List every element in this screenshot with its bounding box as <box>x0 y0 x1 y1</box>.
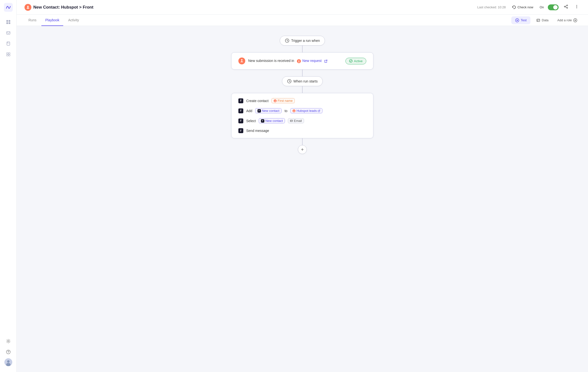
when-label: When run starts <box>294 79 318 83</box>
clock-when-icon <box>287 79 292 83</box>
front-icon-1: F <box>238 98 243 103</box>
condition-tag-label: New request <box>302 59 322 63</box>
svg-rect-3 <box>6 22 8 24</box>
svg-rect-10 <box>9 55 10 56</box>
data-label: Data <box>542 18 548 22</box>
tab-runs[interactable]: Runs <box>24 15 40 26</box>
add-role-button[interactable]: Add a role <box>554 16 580 24</box>
hubspot-inline-icon <box>297 59 301 63</box>
external-link-chip-icon <box>318 110 320 112</box>
tab-activity[interactable]: Activity <box>64 15 83 26</box>
check-now-label: Check now <box>517 5 533 9</box>
add-role-label: Add a role <box>557 18 572 22</box>
data-button[interactable]: Data <box>533 16 551 24</box>
svg-point-22 <box>567 5 568 6</box>
sidebar-icon-grid[interactable] <box>4 50 13 59</box>
connector-3 <box>302 86 303 93</box>
sidebar-bottom <box>4 337 13 369</box>
front-icon-2: F <box>238 108 243 113</box>
settings-icon[interactable] <box>4 337 13 346</box>
tab-right-actions: Test Data Add a role <box>511 16 580 24</box>
sidebar-icon-bookmark[interactable] <box>4 39 13 48</box>
front-icon-4: F <box>238 128 243 133</box>
hubspot-chip-icon-2 <box>293 109 295 112</box>
svg-rect-9 <box>7 55 8 56</box>
svg-rect-32 <box>537 19 540 22</box>
svg-point-23 <box>564 6 565 7</box>
chip-hubspot-leads[interactable]: Hubspot leads <box>290 108 322 113</box>
add-btn-label: + <box>301 147 304 152</box>
connector-4 <box>302 138 303 145</box>
plus-circle-icon <box>573 18 577 22</box>
svg-line-26 <box>565 7 567 8</box>
help-icon[interactable] <box>4 348 13 356</box>
connector-1 <box>302 46 303 52</box>
connector-2 <box>302 70 303 76</box>
play-icon <box>515 18 519 22</box>
test-button[interactable]: Test <box>511 16 530 24</box>
active-circle-icon <box>349 59 353 63</box>
svg-line-25 <box>565 6 567 6</box>
table-chip-icon <box>290 119 293 122</box>
chip-new-contact-1[interactable]: F New contact <box>255 108 282 113</box>
tab-playbook[interactable]: Playbook <box>41 15 63 26</box>
svg-point-13 <box>8 353 9 353</box>
more-options-icon[interactable] <box>573 3 580 11</box>
action-row-select[interactable]: F Select F New contact Email <box>238 118 366 123</box>
actions-card: F Create contact First name <box>231 93 373 138</box>
svg-rect-8 <box>9 53 10 54</box>
active-label: Active <box>354 59 363 63</box>
clock-icon <box>285 38 289 43</box>
sidebar-icon-inbox[interactable] <box>4 28 13 37</box>
action-row-add-contact[interactable]: F Add F New contact to <box>238 108 366 113</box>
svg-rect-4 <box>9 22 10 24</box>
toggle-switch[interactable] <box>548 4 559 10</box>
action-text-send: Send message <box>246 129 269 133</box>
svg-rect-7 <box>7 53 8 54</box>
table-icon <box>536 18 540 22</box>
svg-point-27 <box>576 5 577 6</box>
external-link-small-icon <box>324 60 327 63</box>
app-logo[interactable] <box>4 3 13 12</box>
main-content: New Contact: Hubspot > Front Last checke… <box>17 0 588 372</box>
condition-text: New submission is received in New reques… <box>248 59 343 63</box>
action-row-send-message[interactable]: F Send message <box>238 128 366 133</box>
hubspot-chip-icon-1 <box>274 99 277 102</box>
svg-point-15 <box>7 360 10 363</box>
svg-point-24 <box>567 7 568 8</box>
action-text-select: Select <box>246 119 256 123</box>
when-node[interactable]: When run starts <box>282 76 323 86</box>
action-text-add: Add <box>246 109 252 113</box>
active-badge: Active <box>345 58 366 64</box>
tabs-left: Runs Playbook Activity <box>24 15 510 26</box>
last-checked-label: Last checked: 10:28 <box>477 5 506 9</box>
chip-email[interactable]: Email <box>288 118 304 123</box>
svg-rect-1 <box>6 20 8 22</box>
check-now-button[interactable]: Check now <box>510 4 536 11</box>
chip-first-name[interactable]: First name <box>271 98 295 103</box>
chip-new-contact-2[interactable]: F New contact <box>259 118 285 123</box>
hubspot-condition-icon <box>238 58 245 64</box>
canvas: Trigger a run when New submission is rec… <box>17 26 588 372</box>
avatar[interactable] <box>4 358 12 366</box>
sidebar-icon-play[interactable] <box>4 18 13 26</box>
svg-rect-6 <box>7 42 10 45</box>
share-icon[interactable] <box>563 3 569 11</box>
test-label: Test <box>521 18 527 22</box>
sidebar <box>0 0 17 372</box>
action-row-create-contact[interactable]: F Create contact First name <box>238 98 366 103</box>
svg-point-29 <box>576 8 577 8</box>
svg-point-28 <box>576 6 577 7</box>
tabs-bar: Runs Playbook Activity Test Data <box>17 15 588 26</box>
condition-text-before: New submission is received in <box>248 59 294 63</box>
svg-marker-31 <box>517 20 518 21</box>
condition-card[interactable]: New submission is received in New reques… <box>231 52 373 70</box>
header: New Contact: Hubspot > Front Last checke… <box>17 0 588 15</box>
on-label: On <box>540 5 544 9</box>
svg-rect-2 <box>9 20 10 22</box>
svg-point-11 <box>8 340 9 342</box>
action-text-create: Create contact <box>246 99 269 103</box>
trigger-node[interactable]: Trigger a run when <box>280 36 325 46</box>
page-title: New Contact: Hubspot > Front <box>33 5 93 10</box>
add-step-button[interactable]: + <box>298 145 307 154</box>
